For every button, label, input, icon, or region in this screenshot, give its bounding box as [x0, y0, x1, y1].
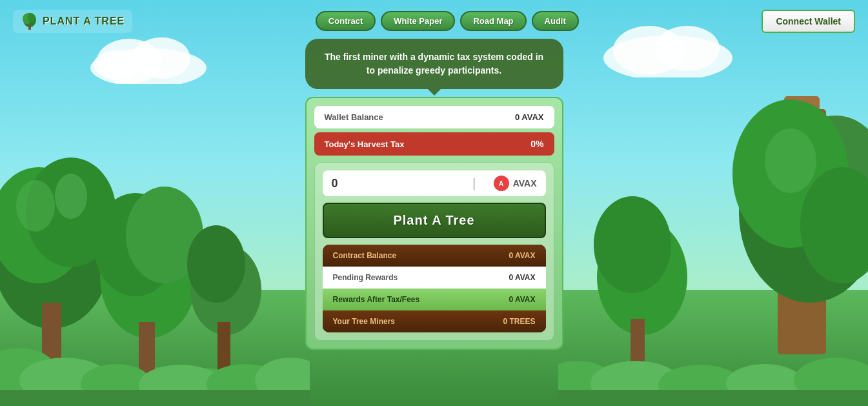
wallet-balance-label: Wallet Balance — [325, 112, 383, 122]
contract-balance-value: 0 AVAX — [509, 251, 535, 260]
amount-divider: | — [472, 176, 476, 191]
tree-miners-row: Your Tree Miners 0 TREES — [323, 310, 546, 332]
avax-icon: A — [494, 176, 509, 191]
plant-tree-button[interactable]: Plant A Tree — [323, 203, 546, 238]
pending-rewards-label: Pending Rewards — [333, 273, 398, 282]
header: PLANT A TREE Contract White Paper Road M… — [0, 0, 868, 42]
bottom-stats: Contract Balance 0 AVAX Pending Rewards … — [323, 245, 546, 332]
logo: PLANT A TREE — [13, 10, 132, 33]
nav-items: Contract White Paper Road Map Audit — [316, 11, 579, 31]
right-tree-area — [558, 0, 868, 406]
amount-input[interactable] — [332, 177, 455, 190]
rewards-after-value: 0 AVAX — [509, 295, 535, 304]
avax-badge: A AVAX — [494, 176, 537, 191]
svg-point-46 — [28, 14, 35, 23]
left-tree-area — [0, 0, 310, 406]
rewards-after-row: Rewards After Tax/Fees 0 AVAX — [323, 289, 546, 310]
tagline-text: The first miner with a dynamic tax syste… — [325, 52, 543, 76]
svg-rect-47 — [28, 25, 31, 30]
logo-area: PLANT A TREE — [13, 10, 132, 33]
svg-point-13 — [55, 174, 87, 219]
harvest-tax-value: 0% — [530, 139, 543, 149]
inner-card: | A AVAX Plant A Tree Contract Balance 0… — [314, 162, 554, 341]
tagline-bubble: The first miner with a dynamic tax syste… — [305, 39, 563, 89]
harvest-tax-row: Today's Harvest Tax 0% — [314, 132, 554, 156]
tree-miners-label: Your Tree Miners — [333, 317, 395, 326]
whitepaper-nav-btn[interactable]: White Paper — [381, 11, 455, 31]
connect-wallet-button[interactable]: Connect Wallet — [762, 10, 855, 33]
contract-balance-label: Contract Balance — [333, 251, 397, 260]
pending-rewards-row: Pending Rewards 0 AVAX — [323, 267, 546, 289]
roadmap-nav-btn[interactable]: Road Map — [460, 11, 526, 31]
card-panel: Wallet Balance 0 AVAX Today's Harvest Ta… — [305, 97, 563, 350]
svg-point-34 — [765, 128, 816, 193]
avax-currency-label: AVAX — [513, 178, 537, 188]
contract-nav-btn[interactable]: Contract — [316, 11, 376, 31]
pending-rewards-value: 0 AVAX — [509, 273, 535, 282]
harvest-tax-label: Today's Harvest Tax — [325, 139, 405, 149]
svg-point-19 — [187, 225, 245, 303]
svg-point-36 — [594, 196, 671, 293]
logo-text: PLANT A TREE — [43, 15, 125, 27]
wallet-balance-value: 0 AVAX — [515, 112, 544, 122]
tree-logo-icon — [21, 12, 39, 30]
audit-nav-btn[interactable]: Audit — [532, 11, 579, 31]
svg-rect-27 — [0, 390, 310, 406]
amount-input-row: | A AVAX — [323, 170, 546, 196]
svg-rect-43 — [558, 390, 868, 406]
contract-balance-row: Contract Balance 0 AVAX — [323, 245, 546, 267]
svg-point-12 — [16, 180, 55, 232]
main-content: The first miner with a dynamic tax syste… — [305, 39, 563, 350]
rewards-after-label: Rewards After Tax/Fees — [333, 295, 420, 304]
wallet-balance-row: Wallet Balance 0 AVAX — [314, 106, 554, 128]
tree-miners-value: 0 TREES — [503, 317, 535, 326]
